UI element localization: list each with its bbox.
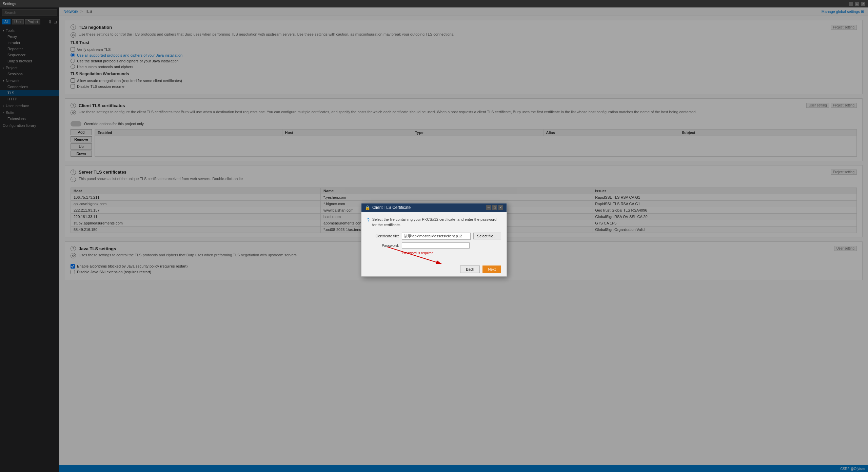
dialog-minimize-button[interactable]: ─: [486, 205, 491, 210]
minimize-button[interactable]: ─: [849, 2, 853, 6]
window-titlebar: Settings ─ □ ✕: [0, 0, 868, 7]
cert-file-row: Certificate file: 演示\apk\mosttalk\assets…: [367, 233, 501, 240]
dialog-win-controls: ─ □ ✕: [486, 205, 503, 210]
cert-file-value: 演示\apk\mosttalk\assets\client.p12: [402, 233, 471, 240]
close-button[interactable]: ✕: [861, 2, 865, 6]
dialog-footer: Back Next: [361, 262, 507, 276]
next-button[interactable]: Next: [482, 266, 501, 273]
window-title: Settings: [3, 2, 16, 6]
maximize-button[interactable]: □: [855, 2, 859, 6]
password-label: Password:: [367, 243, 399, 248]
dialog-maximize-button[interactable]: □: [492, 205, 497, 210]
password-input[interactable]: [402, 242, 470, 249]
dialog-body: ? Select the file containing your PKCS#1…: [361, 212, 507, 262]
svg-line-1: [387, 247, 441, 264]
dialog: 🔒 Client TLS Certificate ─ □ ✕ ? Select …: [361, 203, 507, 277]
dialog-overlay: 🔒 Client TLS Certificate ─ □ ✕ ? Select …: [0, 7, 868, 472]
back-button[interactable]: Back: [460, 266, 480, 273]
dialog-title: Client TLS Certificate: [372, 205, 411, 210]
dialog-title-left: 🔒 Client TLS Certificate: [365, 205, 411, 210]
dialog-close-button[interactable]: ✕: [498, 205, 503, 210]
window-controls: ─ □ ✕: [849, 2, 865, 6]
select-file-button[interactable]: Select file ...: [473, 233, 501, 239]
cert-file-label: Certificate file:: [367, 234, 399, 238]
dialog-titlebar: 🔒 Client TLS Certificate ─ □ ✕: [361, 203, 507, 212]
password-error: Password is required: [402, 251, 501, 255]
dialog-cert-icon: 🔒: [365, 205, 370, 210]
password-row: Password:: [367, 242, 501, 249]
dialog-description: Select the file containing your PKCS#12 …: [372, 217, 501, 228]
dialog-description-row: ? Select the file containing your PKCS#1…: [367, 217, 501, 228]
dialog-info-icon: ?: [367, 217, 370, 224]
